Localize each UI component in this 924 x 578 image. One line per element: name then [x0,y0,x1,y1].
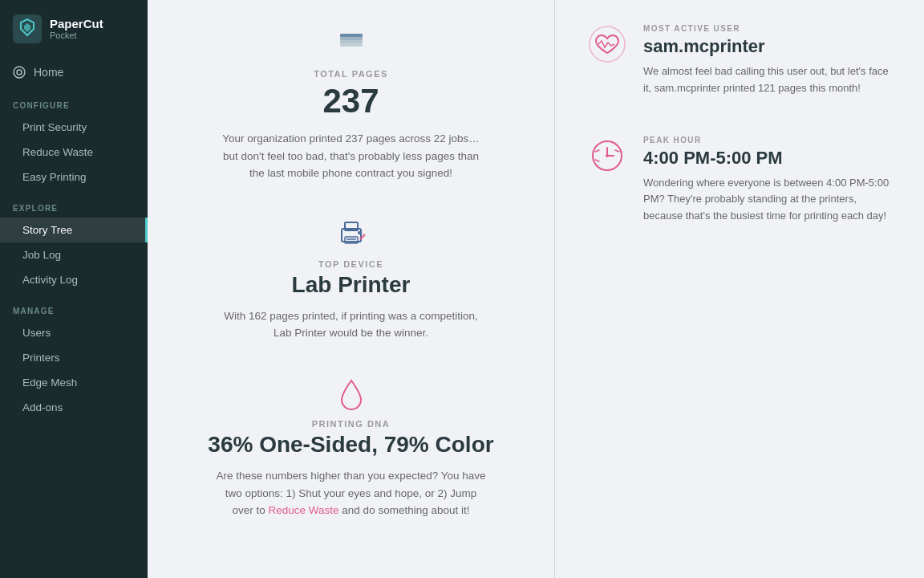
printing-dna-card: PRINTING DNA 36% One-Sided, 79% Color Ar… [180,374,522,519]
peak-hour-value: 4:00 PM-5:00 PM [643,148,892,169]
sidebar-item-reduce-waste[interactable]: Reduce Waste [0,140,148,165]
heart-rate-icon [587,24,627,64]
total-pages-value: 237 [180,82,522,120]
printing-dna-label: PRINTING DNA [180,419,522,429]
svg-rect-3 [340,40,363,43]
svg-rect-5 [340,34,363,37]
manage-section-label: MANAGE [0,292,148,320]
sidebar-item-easy-printing[interactable]: Easy Printing [0,165,148,189]
drop-icon [332,374,371,413]
most-active-value: sam.mcprinter [643,36,892,57]
papercut-logo-icon [13,14,42,43]
svg-point-12 [358,231,361,234]
configure-section-label: CONFIGURE [0,87,148,115]
printing-dna-desc: Are these numbers higher than you expect… [215,467,488,519]
svg-rect-6 [340,43,363,47]
brand-name: PaperCut [50,18,103,31]
most-active-label: MOST ACTIVE USER [643,24,892,33]
peak-hour-card: PEAK HOUR 4:00 PM-5:00 PM Wondering wher… [587,136,892,225]
brand-sub: Pocket [50,31,103,40]
peak-hour-body: PEAK HOUR 4:00 PM-5:00 PM Wondering wher… [643,136,892,225]
clock-icon [587,136,627,176]
edge-mesh-label: Edge Mesh [22,377,77,389]
total-pages-card: TOTAL PAGES 237 Your organization printe… [180,24,522,182]
svg-point-17 [606,154,609,157]
print-security-label: Print Security [22,121,87,133]
reduce-waste-link[interactable]: Reduce Waste [269,504,339,516]
logo-text: PaperCut Pocket [50,18,103,41]
reduce-waste-label: Reduce Waste [22,146,93,158]
right-column: MOST ACTIVE USER sam.mcprinter We almost… [555,0,924,578]
sidebar-item-print-security[interactable]: Print Security [0,115,148,140]
home-icon [13,66,26,79]
total-pages-desc: Your organization printed 237 pages acro… [215,130,488,182]
sidebar: PaperCut Pocket Home CONFIGURE Print Sec… [0,0,148,578]
sidebar-item-printers[interactable]: Printers [0,345,148,370]
story-tree-label: Story Tree [22,224,72,236]
sidebar-item-add-ons[interactable]: Add-ons [0,395,148,420]
explore-section-label: EXPLORE [0,189,148,218]
most-active-icon-container [587,24,627,64]
pages-icon [332,24,371,63]
sidebar-item-job-log[interactable]: Job Log [0,242,148,267]
users-label: Users [22,327,51,339]
easy-printing-label: Easy Printing [22,171,87,183]
svg-point-1 [14,67,25,78]
job-log-label: Job Log [22,249,61,261]
add-ons-label: Add-ons [22,401,63,413]
top-device-label: TOP DEVICE [180,259,522,269]
most-active-body: MOST ACTIVE USER sam.mcprinter We almost… [643,24,892,97]
left-column: TOTAL PAGES 237 Your organization printe… [148,0,554,578]
top-device-card: TOP DEVICE Lab Printer With 162 pages pr… [180,214,522,342]
sidebar-item-users[interactable]: Users [0,320,148,345]
svg-point-2 [17,70,22,75]
most-active-user-card: MOST ACTIVE USER sam.mcprinter We almost… [587,24,892,97]
printer-icon [332,214,371,253]
most-active-desc: We almost feel bad calling this user out… [643,63,892,97]
sidebar-item-edge-mesh[interactable]: Edge Mesh [0,370,148,395]
sidebar-item-story-tree[interactable]: Story Tree [0,218,148,242]
peak-hour-icon-container [587,136,627,176]
home-label: Home [34,66,63,79]
peak-hour-desc: Wondering where everyone is between 4:00… [643,175,892,225]
svg-rect-4 [340,37,363,40]
logo-area: PaperCut Pocket [0,0,148,58]
top-device-desc: With 162 pages printed, if printing was … [215,307,488,342]
activity-log-label: Activity Log [22,274,78,286]
printing-dna-desc2: and do something about it! [339,504,470,516]
printing-dna-value: 36% One-Sided, 79% Color [180,432,522,458]
top-device-value: Lab Printer [180,272,522,298]
peak-hour-label: PEAK HOUR [643,136,892,144]
sidebar-item-home[interactable]: Home [0,58,148,87]
total-pages-label: TOTAL PAGES [180,69,522,79]
printers-label: Printers [22,352,60,364]
sidebar-item-activity-log[interactable]: Activity Log [0,267,148,292]
main-content: TOTAL PAGES 237 Your organization printe… [148,0,924,578]
